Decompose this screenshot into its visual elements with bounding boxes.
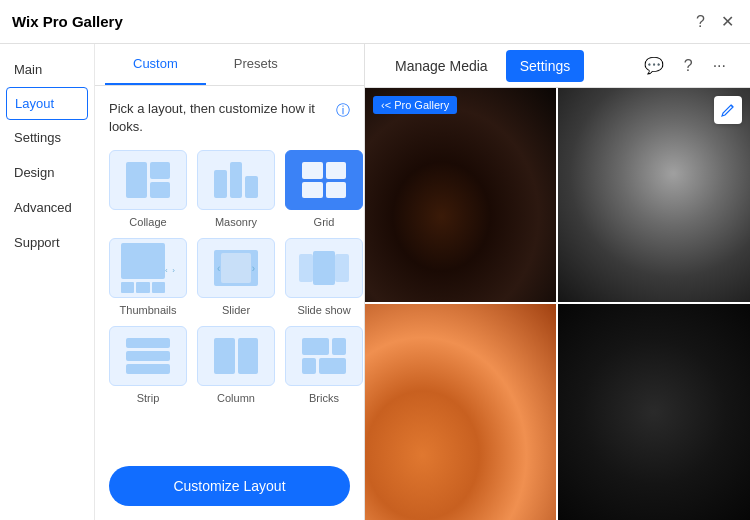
nav-tab-settings[interactable]: Settings — [506, 50, 585, 82]
nav-help-icon[interactable]: ? — [676, 51, 701, 81]
tab-bar: Custom Presets — [95, 44, 364, 86]
layout-thumb-slideshow[interactable] — [285, 238, 363, 298]
edit-icon[interactable] — [714, 96, 742, 124]
layout-item-column[interactable]: Column — [197, 326, 275, 404]
layout-thumb-column[interactable] — [197, 326, 275, 386]
gallery-nav: Manage Media Settings 💬 ? ··· — [365, 44, 750, 88]
layout-label-bricks: Bricks — [309, 392, 339, 404]
panel-body: Pick a layout, then customize how it loo… — [95, 86, 364, 466]
layout-thumb-collage[interactable] — [109, 150, 187, 210]
sidebar: Main Layout Settings Design Advanced Sup… — [0, 44, 95, 520]
layout-grid: Collage Masonry — [109, 150, 350, 404]
sidebar-item-main[interactable]: Main — [0, 52, 94, 87]
gallery-cell-4 — [558, 304, 751, 520]
tab-presets[interactable]: Presets — [206, 44, 306, 85]
right-panel: Manage Media Settings 💬 ? ··· ‹ < Pro Ga… — [365, 44, 750, 520]
gallery-grid — [365, 88, 750, 520]
gallery-wrapper: ‹ < Pro Gallery — [365, 88, 750, 520]
gallery-cell-1 — [365, 88, 558, 304]
layout-item-masonry[interactable]: Masonry — [197, 150, 275, 228]
layout-item-grid[interactable]: Grid — [285, 150, 363, 228]
layout-label-column: Column — [217, 392, 255, 404]
layout-thumb-bricks[interactable] — [285, 326, 363, 386]
layout-label-slider: Slider — [222, 304, 250, 316]
nav-tab-manage-media[interactable]: Manage Media — [381, 50, 502, 82]
sidebar-item-settings[interactable]: Settings — [0, 120, 94, 155]
pro-gallery-badge[interactable]: ‹ < Pro Gallery — [373, 96, 457, 114]
gallery-cell-3 — [365, 304, 558, 520]
layout-thumb-grid[interactable] — [285, 150, 363, 210]
layout-label-thumbnails: Thumbnails — [120, 304, 177, 316]
layout-label-grid: Grid — [314, 216, 335, 228]
layout-thumb-slider[interactable]: ‹ › — [197, 238, 275, 298]
sidebar-item-advanced[interactable]: Advanced — [0, 190, 94, 225]
info-icon[interactable]: ⓘ — [336, 101, 350, 121]
left-inner: Main Layout Settings Design Advanced Sup… — [0, 44, 364, 520]
customize-layout-button[interactable]: Customize Layout — [109, 466, 350, 506]
sidebar-item-support[interactable]: Support — [0, 225, 94, 260]
layout-thumb-masonry[interactable] — [197, 150, 275, 210]
layout-label-masonry: Masonry — [215, 216, 257, 228]
layout-item-strip[interactable]: Strip — [109, 326, 187, 404]
main-content: Main Layout Settings Design Advanced Sup… — [0, 44, 750, 520]
photo-bicycle — [558, 304, 751, 520]
top-bar: Wix Pro Gallery ? ✕ — [0, 0, 750, 44]
layout-item-collage[interactable]: Collage — [109, 150, 187, 228]
panel-content: Custom Presets Pick a layout, then custo… — [95, 44, 364, 520]
layout-label-slideshow: Slide show — [297, 304, 350, 316]
app-title: Wix Pro Gallery — [12, 13, 123, 30]
layout-label-collage: Collage — [129, 216, 166, 228]
pick-layout-description: Pick a layout, then customize how it loo… — [109, 100, 350, 136]
layout-thumb-thumbnails[interactable]: ‹ › — [109, 238, 187, 298]
layout-item-slider[interactable]: ‹ › Slider — [197, 238, 275, 316]
layout-item-bricks[interactable]: Bricks — [285, 326, 363, 404]
comment-icon[interactable]: 💬 — [636, 50, 672, 81]
layout-item-slideshow[interactable]: Slide show — [285, 238, 363, 316]
photo-abstract — [365, 304, 556, 520]
more-icon[interactable]: ··· — [705, 51, 734, 81]
left-panel: Main Layout Settings Design Advanced Sup… — [0, 44, 365, 520]
close-icon[interactable]: ✕ — [717, 8, 738, 35]
layout-item-thumbnails[interactable]: ‹ › Thumbnails — [109, 238, 187, 316]
layout-thumb-strip[interactable] — [109, 326, 187, 386]
layout-label-strip: Strip — [137, 392, 160, 404]
help-icon[interactable]: ? — [692, 9, 709, 35]
tab-custom[interactable]: Custom — [105, 44, 206, 85]
photo-coffee — [365, 88, 556, 302]
sidebar-item-layout[interactable]: Layout — [6, 87, 88, 120]
sidebar-item-design[interactable]: Design — [0, 155, 94, 190]
